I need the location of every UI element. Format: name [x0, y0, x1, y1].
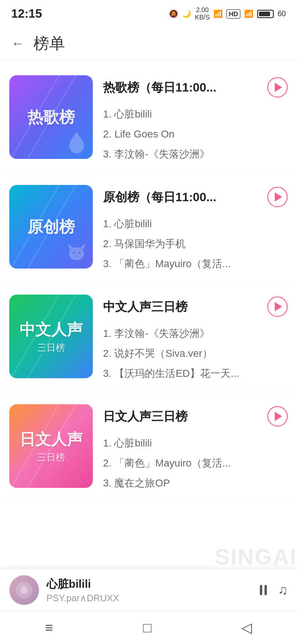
- svg-marker-1: [68, 243, 73, 249]
- header: ← 榜单: [0, 25, 297, 60]
- cover-label: 原创榜: [27, 217, 75, 237]
- battery-indicator: [257, 10, 274, 18]
- track-item: 2. 「蔺色」Mayuiro（复活...: [103, 453, 288, 473]
- play-button[interactable]: [267, 296, 288, 317]
- track-item: 2. 马保国华为手机: [103, 234, 288, 254]
- signal-icon: 📶: [244, 9, 253, 18]
- play-triangle-icon: [275, 83, 282, 92]
- now-playing-artist: PSY.par∧DRUXX: [46, 592, 252, 604]
- chart-title-row: 热歌榜（每日11:00...: [103, 77, 288, 98]
- chart-title: 原创榜（每日11:00...: [103, 189, 267, 205]
- status-icons: 🔕 🌙 2.00KB/S 📶 HD 📶 60: [169, 7, 286, 21]
- play-triangle-icon: [275, 192, 282, 202]
- svg-point-3: [72, 251, 75, 254]
- album-art: 有 音乐: [9, 575, 39, 605]
- status-time: 12:15: [11, 7, 42, 21]
- chart-info-hot: 热歌榜（每日11:00... 1. 心脏bilili 2. Life Goes …: [103, 75, 288, 164]
- chart-item-original[interactable]: 原创榜 原创榜（每日11:00... 1. 心脏bilili 2.: [0, 175, 297, 284]
- moon-icon: 🌙: [182, 9, 191, 18]
- chart-title-row: 原创榜（每日11:00...: [103, 187, 288, 207]
- chart-info-original: 原创榜（每日11:00... 1. 心脏bilili 2. 马保国华为手机 3.…: [103, 185, 288, 274]
- status-bar: 12:15 🔕 🌙 2.00KB/S 📶 HD 📶 60: [0, 0, 297, 25]
- chart-cover-original: 原创榜: [9, 185, 93, 269]
- chart-cover-hot: 热歌榜: [9, 75, 93, 159]
- hd-badge: HD: [226, 9, 240, 19]
- battery-level: 60: [278, 10, 286, 18]
- chart-info-japanese: 日文人声三日榜 1. 心脏bilili 2. 「蔺色」Mayuiro（复活...…: [103, 404, 288, 493]
- chart-list: 热歌榜 热歌榜（每日11:00... 1. 心脏bilili 2. Life G…: [0, 60, 297, 587]
- playback-controls: ♫: [260, 583, 288, 598]
- pause-button[interactable]: [260, 585, 267, 595]
- track-item: 3. 【沃玛的生活ED】花一天...: [103, 363, 288, 383]
- page-title: 榜单: [33, 33, 65, 54]
- avatar-art-icon: 有 音乐: [15, 581, 33, 599]
- cover-label: 热歌榜: [27, 107, 75, 127]
- play-button[interactable]: [267, 406, 288, 427]
- svg-point-0: [69, 247, 84, 260]
- play-triangle-icon: [275, 302, 282, 311]
- chart-item-chinese[interactable]: 中文人声 三日榜 中文人声三日榜 1. 李汶翰-《失落沙洲》 2. 说好不哭（S…: [0, 284, 297, 394]
- track-item: 1. 心脏bilili: [103, 433, 288, 453]
- chart-cover-chinese: 中文人声 三日榜: [9, 295, 93, 378]
- cat-icon: [65, 241, 88, 264]
- track-list: 1. 心脏bilili 2. 「蔺色」Mayuiro（复活... 3. 魔在之旅…: [103, 433, 288, 493]
- battery-fill: [259, 12, 270, 16]
- svg-text:有: 有: [23, 586, 26, 589]
- chart-item-japanese[interactable]: 日文人声 三日榜 日文人声三日榜 1. 心脏bilili 2. 「蔺色」Mayu…: [0, 394, 297, 504]
- chart-item-hot[interactable]: 热歌榜 热歌榜（每日11:00... 1. 心脏bilili 2. Life G…: [0, 65, 297, 175]
- track-item: 1. 李汶翰-《失落沙洲》: [103, 323, 288, 343]
- pause-bar-left: [260, 585, 262, 595]
- track-item: 1. 心脏bilili: [103, 104, 288, 124]
- bottom-nav: ≡ □ ◁: [0, 611, 297, 644]
- play-button[interactable]: [267, 187, 288, 207]
- track-item: 3. 魔在之旅OP: [103, 473, 288, 493]
- pause-bar-right: [265, 585, 267, 595]
- back-nav-button[interactable]: ◁: [227, 615, 266, 640]
- back-button[interactable]: ←: [11, 36, 24, 51]
- track-list: 1. 心脏bilili 2. Life Goes On 3. 李汶翰-《失落沙洲…: [103, 104, 288, 164]
- network-speed: 2.00KB/S: [195, 7, 210, 21]
- svg-text:音乐: 音乐: [22, 590, 26, 592]
- track-list: 1. 心脏bilili 2. 马保国华为手机 3. 「蔺色」Mayuiro（复活…: [103, 214, 288, 274]
- water-drop-icon: [65, 131, 88, 154]
- track-item: 1. 心脏bilili: [103, 214, 288, 234]
- now-playing-bar[interactable]: 有 音乐 心脏bilili PSY.par∧DRUXX ♫: [0, 569, 297, 611]
- track-list: 1. 李汶翰-《失落沙洲》 2. 说好不哭（Siva.ver） 3. 【沃玛的生…: [103, 323, 288, 383]
- mute-icon: 🔕: [169, 9, 178, 18]
- track-item: 3. 「蔺色」Mayuiro（复活...: [103, 254, 288, 274]
- play-button[interactable]: [267, 77, 288, 98]
- chart-info-chinese: 中文人声三日榜 1. 李汶翰-《失落沙洲》 2. 说好不哭（Siva.ver） …: [103, 295, 288, 383]
- chart-title: 热歌榜（每日11:00...: [103, 79, 267, 96]
- home-button[interactable]: □: [129, 615, 165, 640]
- svg-marker-2: [80, 243, 85, 249]
- now-playing-title: 心脏bilili: [46, 577, 252, 591]
- menu-button[interactable]: ≡: [31, 615, 67, 640]
- chart-title: 日文人声三日榜: [103, 408, 267, 425]
- chart-title-row: 中文人声三日榜: [103, 296, 288, 317]
- track-item: 2. 说好不哭（Siva.ver）: [103, 343, 288, 363]
- chart-title-row: 日文人声三日榜: [103, 406, 288, 427]
- chart-title: 中文人声三日榜: [103, 299, 267, 315]
- track-item: 3. 李汶翰-《失落沙洲》: [103, 144, 288, 164]
- cover-label: 中文人声 三日榜: [19, 319, 83, 354]
- now-playing-info: 心脏bilili PSY.par∧DRUXX: [46, 577, 252, 604]
- play-triangle-icon: [275, 412, 282, 421]
- track-item: 2. Life Goes On: [103, 124, 288, 144]
- wifi-icon: 📶: [213, 9, 223, 18]
- chart-cover-japanese: 日文人声 三日榜: [9, 404, 93, 488]
- svg-point-4: [78, 251, 81, 254]
- cover-label: 日文人声 三日榜: [19, 429, 83, 463]
- queue-button[interactable]: ♫: [278, 583, 288, 598]
